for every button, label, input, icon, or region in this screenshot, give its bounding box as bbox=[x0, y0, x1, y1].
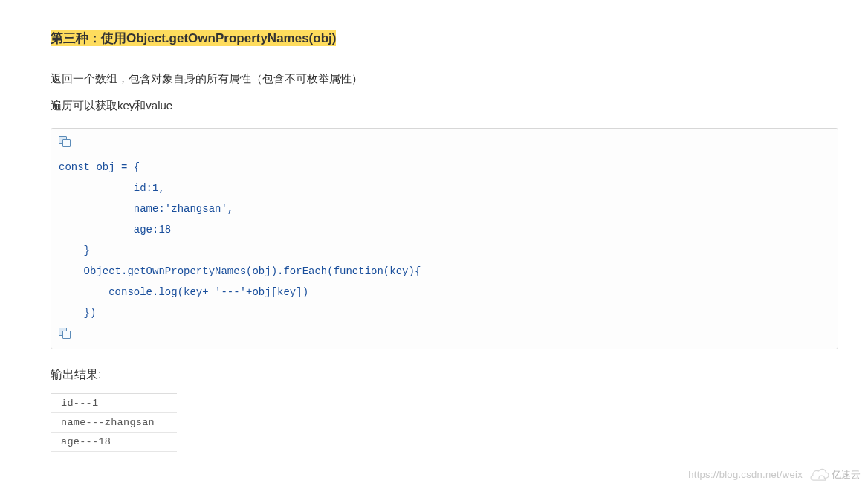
code-toolbar-top bbox=[59, 136, 830, 157]
copy-icon[interactable] bbox=[59, 136, 72, 148]
output-row: id---1 bbox=[51, 394, 177, 413]
article-body: 第三种：使用Object.getOwnPropertyNames(obj) 返回… bbox=[51, 0, 838, 452]
output-heading: 输出结果: bbox=[51, 367, 838, 383]
output-row: name---zhangsan bbox=[51, 413, 177, 433]
code-content: const obj = { id:1, name:'zhangsan', age… bbox=[59, 157, 830, 323]
paragraph-note: 遍历可以获取key和value bbox=[51, 96, 838, 115]
section-heading-wrap: 第三种：使用Object.getOwnPropertyNames(obj) bbox=[51, 28, 838, 48]
code-block: const obj = { id:1, name:'zhangsan', age… bbox=[51, 128, 838, 349]
output-row: age---18 bbox=[51, 433, 177, 452]
watermark-url: https://blog.csdn.net/weix bbox=[688, 469, 803, 480]
watermark-brand: 亿速云 bbox=[810, 468, 861, 482]
section-heading: 第三种：使用Object.getOwnPropertyNames(obj) bbox=[51, 30, 336, 46]
cloud-icon bbox=[810, 468, 829, 482]
paragraph-description: 返回一个数组，包含对象自身的所有属性（包含不可枚举属性） bbox=[51, 69, 838, 88]
output-box: id---1 name---zhangsan age---18 bbox=[51, 393, 177, 452]
code-toolbar-bottom bbox=[59, 323, 830, 343]
copy-icon[interactable] bbox=[59, 328, 72, 340]
watermark-brand-text: 亿速云 bbox=[832, 468, 861, 482]
